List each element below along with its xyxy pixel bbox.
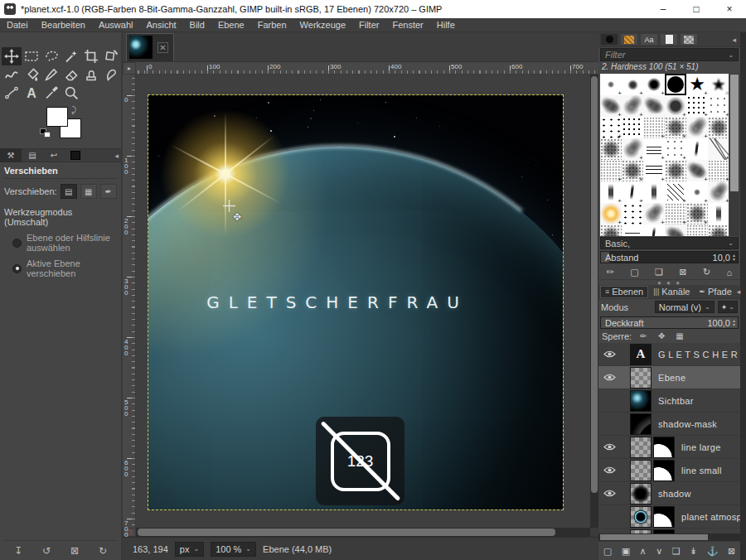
- tool-crop[interactable]: [81, 47, 101, 65]
- restore-tool-preset-icon[interactable]: ↺: [36, 545, 56, 557]
- layer-row[interactable]: line small: [598, 459, 740, 482]
- tab-device-status[interactable]: ▤: [22, 148, 43, 162]
- brush-noise[interactable]: +: [643, 117, 665, 138]
- brush-grunge[interactable]: [600, 138, 622, 160]
- image-tab-close-icon[interactable]: ✕: [157, 42, 168, 53]
- tool-zoom[interactable]: [61, 84, 81, 102]
- layer-row[interactable]: line large: [598, 436, 740, 459]
- layer-name[interactable]: shadow-mask: [658, 419, 717, 429]
- vertical-ruler[interactable]: 01 0 02 0 03 0 04 0 05 0 06 0 07 0 0: [123, 75, 136, 528]
- spinner-arrows-icon[interactable]: ▴▾: [733, 253, 738, 262]
- foreground-color-swatch[interactable]: [46, 107, 68, 127]
- dock-menu-icon[interactable]: ◂: [737, 287, 741, 296]
- zoom-select[interactable]: 100 %⌄: [211, 542, 256, 557]
- brush-hard[interactable]: [665, 74, 686, 95]
- tool-rectangle-select[interactable]: [22, 47, 41, 65]
- layer-mode-select[interactable]: Normal (v) ⌄: [655, 301, 715, 313]
- merge-down-icon[interactable]: ↡: [690, 546, 697, 557]
- tab-kanäle[interactable]: |||Kanäle: [649, 286, 694, 298]
- tab-undo-history[interactable]: ↩: [43, 148, 65, 162]
- menu-filter[interactable]: Filter: [352, 18, 385, 31]
- tool-warp-transform[interactable]: [2, 65, 22, 84]
- brush-splat[interactable]: +: [600, 95, 622, 117]
- tool-text[interactable]: A: [22, 84, 41, 102]
- layer-thumbnail[interactable]: [630, 483, 652, 504]
- brush-scatter[interactable]: +: [600, 117, 622, 138]
- tool-bucket-fill[interactable]: [22, 65, 41, 84]
- tool-unified-transform[interactable]: [101, 47, 121, 65]
- menu-auswahl[interactable]: Auswahl: [92, 18, 140, 31]
- raise-layer-icon[interactable]: ∧: [640, 546, 647, 557]
- brush-scratch[interactable]: [686, 138, 708, 160]
- tool-color-picker[interactable]: [41, 84, 61, 102]
- brush-scrollbar[interactable]: [729, 74, 739, 236]
- tool-eraser[interactable]: [61, 65, 81, 84]
- brush-noise[interactable]: +: [600, 160, 622, 181]
- layer-name[interactable]: Sichtbar: [658, 396, 694, 406]
- layer-name[interactable]: G L E T S C H E R F R A U: [658, 350, 740, 360]
- lock-alpha-icon[interactable]: ▦: [673, 331, 686, 342]
- tab-document-history[interactable]: [660, 33, 678, 46]
- layer-thumbnail[interactable]: A: [630, 344, 652, 365]
- move-layer-button[interactable]: ▤: [61, 184, 77, 199]
- tab-fonts[interactable]: Aa: [640, 33, 658, 46]
- duplicate-brush-icon[interactable]: ❏: [655, 267, 663, 278]
- canvas-image[interactable]: GLETSCHERFRAU 123 ✥: [148, 95, 563, 509]
- brush-scratch[interactable]: +: [643, 224, 665, 236]
- layer-visibility-toggle[interactable]: [598, 442, 620, 451]
- brush-grunge[interactable]: +: [622, 160, 643, 181]
- radio-icon[interactable]: [12, 239, 22, 248]
- tool-clone[interactable]: [81, 65, 101, 84]
- brush-grunge[interactable]: [600, 224, 622, 236]
- duplicate-layer-icon[interactable]: ❏: [672, 546, 681, 557]
- brush-soft2[interactable]: +: [622, 74, 643, 95]
- maximize-button[interactable]: □: [680, 0, 713, 18]
- brush-splat2[interactable]: +: [622, 138, 643, 160]
- vertical-scrollbar[interactable]: [590, 75, 598, 528]
- tab-pfade[interactable]: ✒Pfade: [695, 286, 735, 298]
- brush-noise[interactable]: [686, 224, 708, 236]
- close-button[interactable]: ×: [713, 0, 746, 18]
- radio-option-1[interactable]: Aktive Ebene verschieben: [12, 258, 117, 278]
- tool-move[interactable]: [2, 47, 22, 65]
- blend-space-select[interactable]: ✦⌄: [718, 301, 738, 313]
- layer-row[interactable]: AG L E T S C H E R F R A U: [598, 343, 740, 366]
- lock-position-icon[interactable]: ✥: [655, 331, 668, 342]
- new-brush-icon[interactable]: ▢: [630, 267, 638, 278]
- menu-werkzeuge[interactable]: Werkzeuge: [293, 18, 352, 31]
- brush-splat[interactable]: +: [665, 224, 686, 236]
- layer-name[interactable]: line small: [681, 466, 722, 476]
- layers-scrollbar[interactable]: [598, 533, 740, 541]
- brush-fuzzstar[interactable]: ★+: [708, 74, 729, 95]
- menu-hilfe[interactable]: Hilfe: [430, 18, 462, 31]
- brush-splat[interactable]: [643, 95, 665, 117]
- brush-vsmear[interactable]: [643, 181, 665, 203]
- tool-smudge[interactable]: [101, 65, 121, 84]
- brush-vsmear[interactable]: [708, 203, 729, 224]
- layer-mask-thumbnail[interactable]: [653, 506, 675, 528]
- open-brush-icon[interactable]: ⌂: [727, 268, 733, 278]
- anchor-layer-icon[interactable]: ⚓: [707, 546, 719, 557]
- brush-specks2[interactable]: +: [708, 95, 729, 117]
- dock-menu-icon[interactable]: ◂: [732, 36, 736, 44]
- tab-ebenen[interactable]: ≡Ebenen: [600, 286, 648, 298]
- brush-smear[interactable]: +: [643, 138, 665, 160]
- tool-paths[interactable]: [2, 84, 22, 102]
- horizontal-scrollbar[interactable]: [136, 528, 590, 537]
- brush-grunge[interactable]: [708, 117, 729, 138]
- unit-select[interactable]: px⌄: [175, 542, 204, 557]
- image-tab[interactable]: ✕: [126, 33, 174, 61]
- brush-smear[interactable]: +: [622, 224, 643, 236]
- delete-tool-preset-icon[interactable]: ⊠: [65, 545, 85, 557]
- tab-palettes[interactable]: [680, 33, 698, 46]
- brush-scratch[interactable]: +: [622, 181, 643, 203]
- menu-bild[interactable]: Bild: [183, 18, 211, 31]
- brush-soft1[interactable]: +: [686, 181, 708, 203]
- dock-menu-icon[interactable]: ◂: [114, 152, 119, 160]
- edit-brush-icon[interactable]: ✏: [607, 267, 614, 278]
- layer-visibility-toggle[interactable]: [598, 350, 620, 359]
- navigation-button[interactable]: [590, 528, 598, 537]
- menu-bearbeiten[interactable]: Bearbeiten: [35, 18, 92, 31]
- layer-name[interactable]: Ebene: [658, 373, 685, 383]
- brush-splat2[interactable]: +: [622, 95, 643, 117]
